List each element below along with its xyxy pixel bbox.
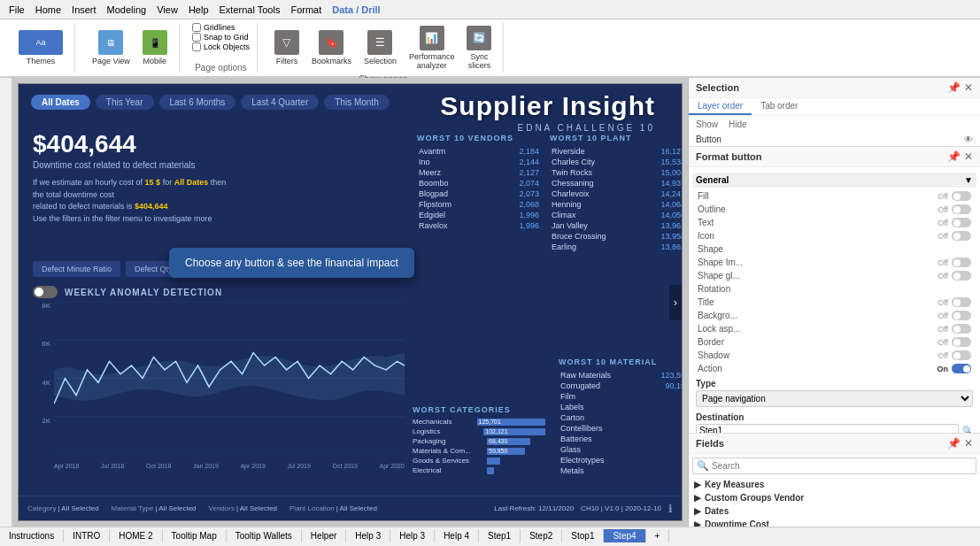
- show-label[interactable]: Show: [696, 119, 718, 129]
- bottom-tab-helper[interactable]: Helper: [302, 529, 346, 542]
- destination-search-icon[interactable]: 🔍: [962, 426, 973, 433]
- destination-input[interactable]: [696, 424, 959, 433]
- general-header[interactable]: General ▼: [692, 173, 976, 188]
- text-toggle[interactable]: [952, 218, 971, 227]
- gridlines-checkbox[interactable]: Gridlines: [192, 23, 235, 32]
- menu-insert[interactable]: Insert: [66, 4, 102, 15]
- tab-layer-order[interactable]: Layer order: [689, 98, 752, 115]
- format-section-general: General ▼: [692, 173, 976, 188]
- mat-row-1: Corrugated90,195: [559, 381, 683, 391]
- mat-row-3: Labels: [559, 402, 683, 412]
- hide-label[interactable]: Hide: [729, 119, 747, 129]
- action-toggle[interactable]: [952, 364, 971, 373]
- border-toggle[interactable]: [952, 337, 971, 347]
- bottom-tab-stop1[interactable]: Stop1: [562, 529, 604, 542]
- main-desc: Downtime cost related to defect material…: [33, 160, 228, 170]
- menu-view[interactable]: View: [151, 4, 183, 15]
- menu-format[interactable]: Format: [285, 4, 327, 15]
- selection-close-icon[interactable]: ✕: [964, 81, 973, 94]
- bottom-tab-step1[interactable]: Step1: [479, 529, 521, 542]
- format-pin-icon[interactable]: 📌: [947, 150, 961, 163]
- sync-slicers-btn[interactable]: 🔄 Syncslicers: [462, 23, 496, 73]
- bottom-tab-help3a[interactable]: Help 3: [346, 529, 390, 542]
- status-material-label: Material Type: [112, 504, 154, 512]
- background-toggle[interactable]: [952, 311, 971, 320]
- menu-data-drill[interactable]: Data / Drill: [327, 4, 385, 15]
- fields-pin-icon[interactable]: 📌: [947, 437, 961, 450]
- status-vendors-val: | All Selected: [236, 504, 277, 512]
- format-dest-section: Destination 🔍: [689, 411, 980, 433]
- plant-row-6: Climax14,056: [550, 210, 683, 220]
- worst10-vendors-title: WORST 10 VENDORS: [417, 134, 541, 142]
- anomaly-toggle-row: WEEKLY ANOMALY DETECTION: [33, 286, 405, 298]
- filter-btn-this-year[interactable]: This Year: [96, 95, 154, 110]
- icon-toggle[interactable]: [952, 231, 971, 241]
- vendor-row-1: Ino2,144: [417, 157, 541, 167]
- mobile-layout-btn[interactable]: 📱 Mobile: [138, 27, 172, 68]
- shadow-toggle[interactable]: [952, 350, 971, 360]
- outline-toggle[interactable]: [952, 204, 971, 214]
- selection-pin-icon[interactable]: 📌: [947, 81, 961, 94]
- layer-eye-icon[interactable]: 👁: [964, 135, 973, 144]
- page-nav-right[interactable]: ›: [669, 285, 682, 320]
- bottom-tab-help4[interactable]: Help 4: [435, 529, 479, 542]
- shape-gl-toggle[interactable]: [952, 271, 971, 281]
- field-group-custom-groups-vendor[interactable]: ▶Custom Groups Vendor: [692, 491, 976, 504]
- bottom-tab-intro[interactable]: INTRO: [64, 529, 110, 542]
- selection-btn[interactable]: ☰ Selection: [359, 27, 401, 68]
- bottom-tab-tooltip-map[interactable]: Tooltip Map: [163, 529, 227, 542]
- info-icon[interactable]: ℹ: [668, 503, 673, 515]
- field-group-downtime-cost[interactable]: ▶Downtime Cost: [692, 518, 976, 527]
- cat-row-3: Materials & Com... 59,850: [413, 447, 545, 455]
- anomaly-toggle-switch[interactable]: [33, 286, 58, 298]
- lock-asp-toggle[interactable]: [952, 324, 971, 334]
- defect-minute-ratio-btn[interactable]: Defect Minute Ratio: [33, 261, 120, 277]
- worst-categories: WORST CATEGORIES Mechanicals 125,701 Log…: [413, 405, 545, 476]
- report-subtitle: EDNA CHALLENGE 10: [440, 123, 655, 133]
- menu-file[interactable]: File: [4, 4, 30, 15]
- fields-header-actions: 📌 ✕: [947, 437, 973, 450]
- filter-btn-last4[interactable]: Last 4 Quarter: [241, 95, 319, 110]
- worst10-vendors: WORST 10 VENDORS Avantm2,184 Ino2,144 Me…: [417, 134, 541, 231]
- fields-close-icon[interactable]: ✕: [964, 437, 973, 450]
- callout-tooltip: Choose any button & see the financial im…: [169, 248, 414, 278]
- themes-btn[interactable]: Aa Themes: [14, 27, 67, 68]
- menu-modeling[interactable]: Modeling: [102, 4, 152, 15]
- menu-home[interactable]: Home: [30, 4, 66, 15]
- selection-header-actions: 📌 ✕: [947, 81, 973, 94]
- fill-toggle[interactable]: [952, 191, 971, 201]
- status-plant-label: Plant Location: [289, 504, 335, 512]
- fields-search-input[interactable]: [712, 461, 972, 471]
- bottom-tab-instructions[interactable]: Instructions: [0, 529, 64, 542]
- lock-objects-checkbox[interactable]: Lock Objects: [192, 42, 250, 51]
- menu-help[interactable]: Help: [183, 4, 214, 15]
- title-toggle[interactable]: [952, 297, 971, 307]
- page-view-btn[interactable]: 🖥 Page View: [88, 27, 135, 68]
- perf-analyzer-btn[interactable]: 📊 Performanceanalyzer: [405, 23, 459, 73]
- bottom-tab-add[interactable]: +: [646, 529, 670, 542]
- type-select[interactable]: Page navigation: [696, 390, 973, 407]
- bookmarks-btn[interactable]: 🔖 Bookmarks: [307, 27, 356, 68]
- field-group-dates[interactable]: ▶Dates: [692, 504, 976, 518]
- shape-im-toggle[interactable]: [952, 258, 971, 267]
- filter-btn-this-month[interactable]: This Month: [324, 95, 389, 110]
- bottom-tab-help3b[interactable]: Help 3: [390, 529, 435, 542]
- bottom-tab-step4[interactable]: Step4: [604, 529, 645, 542]
- vertical-ruler: [0, 78, 12, 527]
- cat-row-2: Packaging 68,430: [413, 437, 545, 445]
- tab-tab-order[interactable]: Tab order: [752, 98, 806, 115]
- format-row-shape-im: Shape Im... Off: [689, 256, 980, 269]
- menu-external-tools[interactable]: External Tools: [214, 4, 286, 15]
- snap-to-grid-checkbox[interactable]: Snap to Grid: [192, 33, 249, 42]
- format-row-shape: Shape: [689, 242, 980, 256]
- anomaly-label: WEEKLY ANOMALY DETECTION: [65, 288, 222, 297]
- filter-btn-all-dates[interactable]: All Dates: [31, 95, 90, 110]
- filter-btn-last6[interactable]: Last 6 Months: [159, 95, 236, 110]
- filters-btn[interactable]: ▽ Filters: [270, 27, 304, 68]
- bottom-tab-step2[interactable]: Step2: [521, 529, 562, 542]
- bottom-tab-home2[interactable]: HOME 2: [110, 529, 162, 542]
- bottom-tab-tooltip-wallets[interactable]: Tooltip Wallets: [227, 529, 302, 542]
- worst10-plant: WORST 10 PLANT Riverside16,127 Charles C…: [550, 134, 683, 252]
- field-group-key-measures[interactable]: ▶Key Measures: [692, 478, 976, 491]
- format-close-icon[interactable]: ✕: [964, 150, 973, 163]
